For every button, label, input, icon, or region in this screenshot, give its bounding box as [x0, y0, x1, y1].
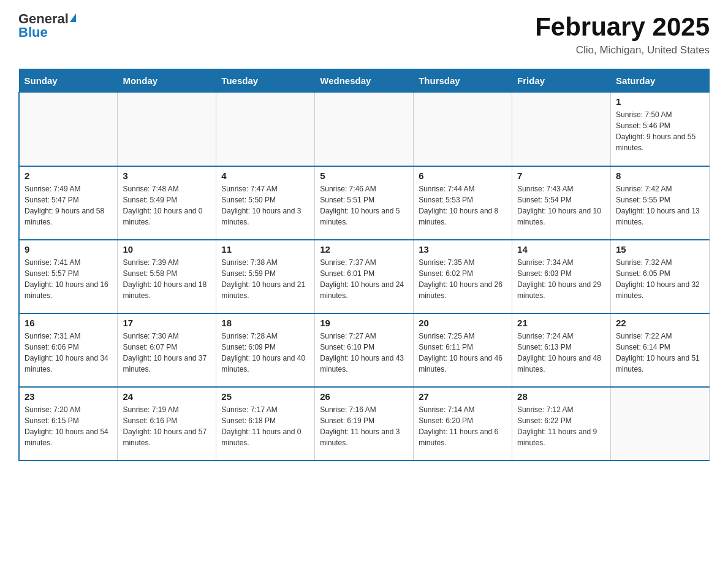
- calendar-cell: [611, 387, 710, 461]
- day-number: 2: [25, 170, 112, 181]
- day-info: Sunrise: 7:34 AMSunset: 6:03 PMDaylight:…: [517, 257, 605, 301]
- day-info: Sunrise: 7:41 AMSunset: 5:57 PMDaylight:…: [25, 257, 112, 301]
- calendar-cell: 16Sunrise: 7:31 AMSunset: 6:06 PMDayligh…: [19, 313, 118, 387]
- day-info: Sunrise: 7:20 AMSunset: 6:15 PMDaylight:…: [25, 404, 112, 448]
- day-number: 27: [419, 391, 507, 402]
- calendar-cell: 5Sunrise: 7:46 AMSunset: 5:51 PMDaylight…: [315, 166, 414, 240]
- day-info: Sunrise: 7:35 AMSunset: 6:02 PMDaylight:…: [419, 257, 507, 301]
- day-number: 7: [517, 170, 605, 181]
- day-number: 1: [616, 96, 704, 107]
- calendar-cell: 25Sunrise: 7:17 AMSunset: 6:18 PMDayligh…: [216, 387, 315, 461]
- calendar-cell: 22Sunrise: 7:22 AMSunset: 6:14 PMDayligh…: [611, 313, 710, 387]
- calendar-cell: 1Sunrise: 7:50 AMSunset: 5:46 PMDaylight…: [611, 93, 710, 166]
- calendar-cell: 9Sunrise: 7:41 AMSunset: 5:57 PMDaylight…: [19, 240, 118, 313]
- calendar-cell: 3Sunrise: 7:48 AMSunset: 5:49 PMDaylight…: [118, 166, 216, 240]
- calendar-cell: 27Sunrise: 7:14 AMSunset: 6:20 PMDayligh…: [414, 387, 512, 461]
- calendar-cell: 15Sunrise: 7:32 AMSunset: 6:05 PMDayligh…: [611, 240, 710, 313]
- day-number: 11: [221, 244, 309, 255]
- day-info: Sunrise: 7:37 AMSunset: 6:01 PMDaylight:…: [320, 257, 408, 301]
- day-number: 18: [221, 318, 309, 328]
- page-header: General Blue February 2025 Clio, Michiga…: [18, 12, 710, 56]
- calendar-week-row: 1Sunrise: 7:50 AMSunset: 5:46 PMDaylight…: [19, 93, 710, 166]
- day-info: Sunrise: 7:27 AMSunset: 6:10 PMDaylight:…: [320, 331, 408, 375]
- day-info: Sunrise: 7:39 AMSunset: 5:58 PMDaylight:…: [123, 257, 211, 301]
- calendar-cell: 17Sunrise: 7:30 AMSunset: 6:07 PMDayligh…: [118, 313, 216, 387]
- calendar-week-row: 23Sunrise: 7:20 AMSunset: 6:15 PMDayligh…: [19, 387, 710, 461]
- day-info: Sunrise: 7:32 AMSunset: 6:05 PMDaylight:…: [616, 257, 704, 301]
- logo-general-text: General: [18, 12, 69, 26]
- day-info: Sunrise: 7:25 AMSunset: 6:11 PMDaylight:…: [419, 331, 507, 375]
- day-number: 8: [616, 170, 704, 181]
- day-number: 14: [517, 244, 605, 255]
- col-friday: Friday: [512, 69, 611, 93]
- calendar-cell: [19, 93, 118, 166]
- day-info: Sunrise: 7:22 AMSunset: 6:14 PMDaylight:…: [616, 331, 704, 375]
- calendar-cell: [315, 93, 414, 166]
- day-number: 5: [320, 170, 408, 181]
- day-number: 3: [123, 170, 211, 181]
- calendar-cell: 21Sunrise: 7:24 AMSunset: 6:13 PMDayligh…: [512, 313, 611, 387]
- day-number: 23: [25, 391, 112, 402]
- calendar-cell: 26Sunrise: 7:16 AMSunset: 6:19 PMDayligh…: [315, 387, 414, 461]
- day-number: 6: [419, 170, 507, 181]
- calendar-cell: 4Sunrise: 7:47 AMSunset: 5:50 PMDaylight…: [216, 166, 315, 240]
- calendar-cell: [118, 93, 216, 166]
- day-number: 17: [123, 318, 211, 328]
- calendar-table: Sunday Monday Tuesday Wednesday Thursday…: [18, 69, 710, 461]
- calendar-cell: 6Sunrise: 7:44 AMSunset: 5:53 PMDaylight…: [414, 166, 512, 240]
- calendar-cell: 2Sunrise: 7:49 AMSunset: 5:47 PMDaylight…: [19, 166, 118, 240]
- day-number: 19: [320, 318, 408, 328]
- col-sunday: Sunday: [19, 69, 118, 93]
- day-info: Sunrise: 7:50 AMSunset: 5:46 PMDaylight:…: [616, 109, 704, 153]
- calendar-cell: 20Sunrise: 7:25 AMSunset: 6:11 PMDayligh…: [414, 313, 512, 387]
- logo-blue-text: Blue: [18, 26, 48, 39]
- logo: General Blue: [18, 12, 76, 39]
- calendar-cell: 11Sunrise: 7:38 AMSunset: 5:59 PMDayligh…: [216, 240, 315, 313]
- col-monday: Monday: [118, 69, 216, 93]
- calendar-cell: 28Sunrise: 7:12 AMSunset: 6:22 PMDayligh…: [512, 387, 611, 461]
- day-number: 10: [123, 244, 211, 255]
- calendar-cell: [216, 93, 315, 166]
- day-number: 28: [517, 391, 605, 402]
- calendar-cell: 7Sunrise: 7:43 AMSunset: 5:54 PMDaylight…: [512, 166, 611, 240]
- day-number: 9: [25, 244, 112, 255]
- day-number: 15: [616, 244, 704, 255]
- day-info: Sunrise: 7:47 AMSunset: 5:50 PMDaylight:…: [221, 183, 309, 228]
- day-info: Sunrise: 7:43 AMSunset: 5:54 PMDaylight:…: [517, 183, 605, 228]
- calendar-cell: 14Sunrise: 7:34 AMSunset: 6:03 PMDayligh…: [512, 240, 611, 313]
- day-info: Sunrise: 7:28 AMSunset: 6:09 PMDaylight:…: [221, 331, 309, 375]
- day-number: 22: [616, 318, 704, 328]
- calendar-cell: [512, 93, 611, 166]
- day-info: Sunrise: 7:24 AMSunset: 6:13 PMDaylight:…: [517, 331, 605, 375]
- day-info: Sunrise: 7:14 AMSunset: 6:20 PMDaylight:…: [419, 404, 507, 448]
- day-number: 24: [123, 391, 211, 402]
- day-info: Sunrise: 7:31 AMSunset: 6:06 PMDaylight:…: [25, 331, 112, 375]
- day-info: Sunrise: 7:42 AMSunset: 5:55 PMDaylight:…: [616, 183, 704, 228]
- calendar-cell: 24Sunrise: 7:19 AMSunset: 6:16 PMDayligh…: [118, 387, 216, 461]
- day-info: Sunrise: 7:12 AMSunset: 6:22 PMDaylight:…: [517, 404, 605, 448]
- col-thursday: Thursday: [414, 69, 512, 93]
- calendar-week-row: 2Sunrise: 7:49 AMSunset: 5:47 PMDaylight…: [19, 166, 710, 240]
- calendar-cell: [414, 93, 512, 166]
- calendar-week-row: 16Sunrise: 7:31 AMSunset: 6:06 PMDayligh…: [19, 313, 710, 387]
- title-block: February 2025 Clio, Michigan, United Sta…: [535, 12, 710, 56]
- logo-triangle-icon: [70, 13, 76, 22]
- calendar-cell: 18Sunrise: 7:28 AMSunset: 6:09 PMDayligh…: [216, 313, 315, 387]
- calendar-cell: 13Sunrise: 7:35 AMSunset: 6:02 PMDayligh…: [414, 240, 512, 313]
- day-number: 12: [320, 244, 408, 255]
- day-info: Sunrise: 7:46 AMSunset: 5:51 PMDaylight:…: [320, 183, 408, 228]
- page-title: February 2025: [535, 12, 710, 42]
- day-number: 25: [221, 391, 309, 402]
- page-subtitle: Clio, Michigan, United States: [535, 44, 710, 56]
- day-info: Sunrise: 7:49 AMSunset: 5:47 PMDaylight:…: [25, 183, 112, 228]
- day-info: Sunrise: 7:48 AMSunset: 5:49 PMDaylight:…: [123, 183, 211, 228]
- day-number: 4: [221, 170, 309, 181]
- day-number: 20: [419, 318, 507, 328]
- day-info: Sunrise: 7:30 AMSunset: 6:07 PMDaylight:…: [123, 331, 211, 375]
- col-tuesday: Tuesday: [216, 69, 315, 93]
- day-info: Sunrise: 7:19 AMSunset: 6:16 PMDaylight:…: [123, 404, 211, 448]
- calendar-header-row: Sunday Monday Tuesday Wednesday Thursday…: [19, 69, 710, 93]
- day-info: Sunrise: 7:17 AMSunset: 6:18 PMDaylight:…: [221, 404, 309, 448]
- col-saturday: Saturday: [611, 69, 710, 93]
- calendar-cell: 8Sunrise: 7:42 AMSunset: 5:55 PMDaylight…: [611, 166, 710, 240]
